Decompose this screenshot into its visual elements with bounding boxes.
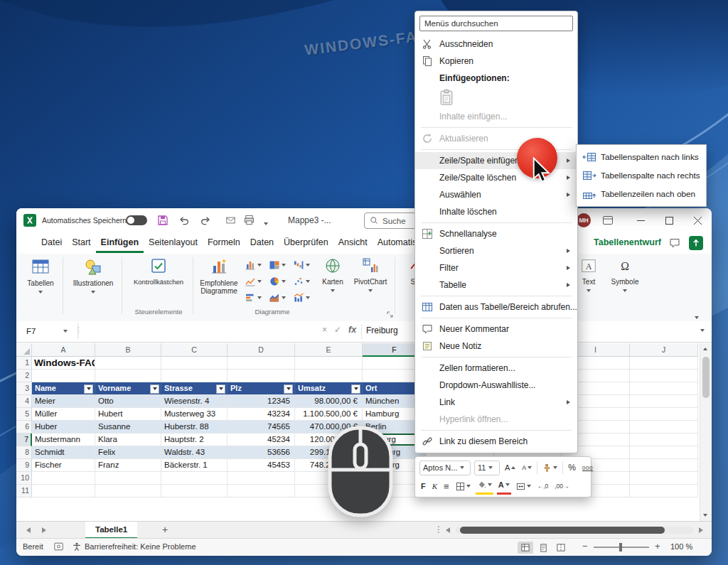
minimize-button[interactable] — [626, 208, 655, 232]
paste-option-button[interactable] — [415, 87, 577, 108]
cell-j6[interactable] — [630, 421, 698, 434]
share-icon[interactable] — [689, 236, 703, 252]
column-header-d[interactable]: D — [228, 343, 295, 357]
prev-sheet-icon[interactable] — [26, 527, 31, 533]
cell-b2[interactable] — [95, 370, 161, 382]
cell-e2[interactable] — [295, 370, 363, 382]
hscroll-right-icon[interactable] — [699, 527, 703, 533]
cell-a10[interactable] — [32, 472, 95, 485]
redo-icon[interactable] — [200, 215, 211, 227]
cell-d4[interactable]: 12345 — [228, 395, 295, 408]
view-normal-icon[interactable] — [518, 542, 533, 554]
dialog-launcher-icon[interactable] — [386, 308, 393, 321]
menu-search-input[interactable]: Menüs durchsuchen — [419, 16, 573, 31]
submenu-item-tabellenzeilen-nach-oben[interactable]: Tabellenzeilen nach oben — [577, 185, 706, 203]
cell-e4[interactable]: 98.000,00 € — [295, 395, 363, 408]
menu-item-inhalte-löschen[interactable]: Inhalte löschen — [415, 203, 577, 220]
row-header-2[interactable]: 2 — [16, 370, 32, 382]
cell-j10[interactable] — [630, 472, 698, 485]
waterfall-chart-button[interactable] — [293, 258, 317, 272]
combo-chart-button[interactable] — [293, 291, 317, 305]
align-center-icon[interactable] — [442, 479, 451, 493]
cell-c5[interactable]: Musterweg 33 — [161, 408, 228, 421]
cell-b5[interactable]: Hubert — [95, 408, 161, 421]
cell-b3[interactable]: Vorname — [95, 382, 161, 395]
tab-seitenlayout[interactable]: Seitenlayout — [144, 232, 203, 253]
row-header-11[interactable]: 11 — [16, 485, 32, 497]
maximize-button[interactable] — [655, 208, 683, 232]
recommended-charts-button[interactable]: Empfohlene Diagramme — [196, 256, 242, 295]
cell-j4[interactable] — [630, 395, 698, 408]
close-button[interactable] — [683, 208, 712, 232]
cell-b4[interactable]: Otto — [95, 395, 161, 408]
cell-d7[interactable]: 45234 — [228, 434, 295, 446]
menu-item-dropdown-auswahlliste[interactable]: Dropdown-Auswahlliste... — [415, 377, 577, 394]
next-sheet-icon[interactable] — [42, 527, 46, 533]
menu-item-zeile-spalte-löschen[interactable]: Zeile/Spalte löschen — [415, 169, 577, 186]
comma-style-button[interactable]: 000 — [581, 461, 594, 475]
cell-a4[interactable]: Meier — [32, 395, 95, 408]
cell-c9[interactable]: Bäckerstr. 1 — [161, 459, 228, 472]
tables-button[interactable]: Tabellen — [23, 256, 58, 295]
column-header-c[interactable]: C — [161, 343, 228, 357]
tab-formeln[interactable]: Formeln — [203, 232, 245, 253]
merge-center-icon[interactable] — [515, 479, 532, 493]
shrink-font-button[interactable] — [520, 461, 533, 475]
vertical-scrollbar[interactable] — [700, 343, 712, 521]
menu-item-auswählen[interactable]: Auswählen — [415, 186, 577, 203]
filter-dropdown-icon[interactable] — [351, 384, 360, 394]
menu-item-neuer-kommentar[interactable]: Neuer Kommentar — [415, 321, 577, 338]
collapse-ribbon-icon[interactable] — [695, 309, 699, 322]
font-color-icon[interactable] — [497, 478, 511, 495]
horizontal-scrollbar-thumb[interactable] — [460, 527, 665, 534]
row-header-7[interactable]: 7 — [16, 434, 32, 446]
grow-font-button[interactable] — [503, 461, 517, 475]
macro-record-icon[interactable] — [53, 542, 64, 553]
insert-function-button[interactable]: fx — [348, 325, 356, 335]
autosave-toggle[interactable] — [126, 215, 147, 225]
italic-button[interactable]: K — [431, 479, 439, 493]
row-header-1[interactable]: 1 — [16, 357, 32, 370]
cell-b8[interactable]: Felix — [95, 446, 161, 459]
cell-b7[interactable]: Klara — [95, 434, 161, 446]
line-chart-button[interactable] — [245, 274, 269, 289]
cell-a1[interactable]: Windows-FAQ - Excel Tabelle erweitern — [32, 357, 95, 370]
cell-c1[interactable] — [161, 357, 228, 370]
row-header-8[interactable]: 8 — [16, 446, 32, 459]
cell-e1[interactable] — [295, 357, 363, 370]
accessibility-status[interactable]: Barrierefreiheit: Keine Probleme — [85, 542, 196, 551]
font-size-select[interactable]: 11 — [474, 461, 500, 475]
cell-c6[interactable]: Huberstr. 88 — [161, 421, 228, 434]
column-header-j[interactable]: J — [630, 343, 698, 357]
menu-item-link-zu-diesem-bereich[interactable]: Link zu diesem Bereich — [415, 433, 577, 450]
tab-ansicht[interactable]: Ansicht — [333, 232, 373, 253]
zoom-out-button[interactable] — [582, 541, 588, 551]
tab-daten[interactable]: Daten — [245, 232, 279, 253]
cell-a5[interactable]: Müller — [32, 408, 95, 421]
cell-b1[interactable] — [95, 357, 161, 370]
cell-j3[interactable] — [630, 382, 698, 395]
cell-j11[interactable] — [630, 485, 698, 497]
tab-start[interactable]: Start — [67, 232, 95, 253]
treemap-chart-button[interactable] — [269, 258, 293, 272]
cell-c11[interactable] — [161, 485, 228, 497]
filter-dropdown-icon[interactable] — [284, 384, 293, 394]
row-header-6[interactable]: 6 — [16, 421, 32, 434]
cell-c7[interactable]: Hauptstr. 2 — [161, 434, 228, 446]
tab-tabellenentwurf[interactable]: Tabellenentwurf — [594, 232, 661, 253]
cell-d10[interactable] — [228, 472, 295, 485]
column-chart-button[interactable] — [245, 258, 269, 272]
submenu-item-tabellenspalte-nach-rechts[interactable]: Tabellenspalte nach rechts — [577, 166, 706, 185]
menu-item-tabelle[interactable]: Tabelle — [415, 276, 577, 294]
horizontal-scrollbar[interactable] — [456, 527, 693, 534]
cell-j1[interactable] — [630, 357, 698, 370]
cell-d5[interactable]: 43234 — [228, 408, 295, 421]
sheet-tab-tabelle1[interactable]: Tabelle1 — [85, 522, 137, 539]
column-header-e[interactable]: E — [295, 343, 363, 357]
enter-icon[interactable]: ✓ — [334, 325, 341, 335]
menu-item-ausschneiden[interactable]: Ausschneiden — [415, 36, 577, 53]
namebox-splitter[interactable]: ⋮ — [75, 325, 82, 335]
scatter-chart-button[interactable] — [293, 274, 317, 289]
zoom-in-button[interactable] — [655, 541, 660, 551]
fill-color-icon[interactable] — [476, 478, 493, 495]
